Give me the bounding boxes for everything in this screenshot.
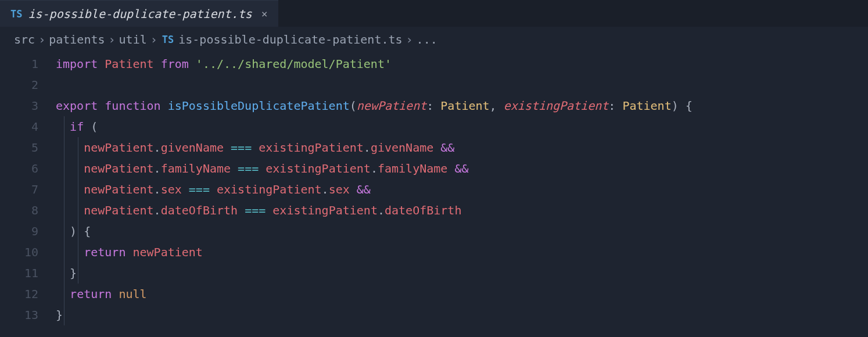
- code-token: (: [91, 120, 98, 134]
- breadcrumb-item[interactable]: src: [14, 33, 35, 46]
- code-line[interactable]: return newPatient: [56, 242, 868, 263]
- chevron-right-icon: ›: [406, 33, 413, 46]
- code-token: sex: [161, 182, 182, 196]
- code-token: function: [105, 99, 167, 113]
- code-token: Patient: [105, 57, 153, 71]
- code-line[interactable]: import Patient from '../../shared/model/…: [56, 53, 868, 74]
- code-token: sex: [329, 182, 350, 196]
- indent-guide: [64, 116, 64, 325]
- close-icon[interactable]: ×: [261, 8, 268, 20]
- code-token: &&: [433, 141, 454, 155]
- code-token: ===: [231, 162, 266, 175]
- code-token: .: [322, 182, 329, 196]
- code-line[interactable]: if (: [56, 116, 868, 137]
- line-number-gutter: 12345678910111213: [0, 53, 56, 325]
- code-token: .: [371, 162, 378, 175]
- line-number: 13: [0, 304, 38, 325]
- code-token: Patient: [433, 99, 489, 113]
- line-number: 7: [0, 179, 38, 200]
- line-number: 10: [0, 242, 38, 263]
- code-token: }: [56, 308, 63, 322]
- code-token: .: [378, 203, 385, 217]
- code-token: givenName: [371, 141, 433, 155]
- code-editor[interactable]: 12345678910111213 import Patient from '.…: [0, 51, 868, 325]
- code-line[interactable]: }: [56, 304, 868, 325]
- code-line[interactable]: }: [56, 263, 868, 284]
- code-token: ) {: [672, 99, 693, 113]
- code-token: .: [154, 182, 161, 196]
- code-token: givenName: [161, 141, 224, 155]
- code-token: familyName: [161, 162, 231, 175]
- code-token: ) {: [56, 224, 91, 238]
- chevron-right-icon: ›: [38, 33, 45, 46]
- code-token: [56, 203, 84, 217]
- code-token: dateOfBirth: [385, 203, 461, 217]
- code-token: import: [56, 57, 105, 71]
- line-number: 3: [0, 95, 38, 116]
- breadcrumb-file[interactable]: is-possible-duplicate-patient.ts: [178, 33, 402, 46]
- code-token: .: [154, 141, 161, 155]
- line-number: 4: [0, 116, 38, 137]
- code-token: newPatient: [132, 245, 202, 259]
- code-token: return: [84, 245, 132, 259]
- code-token: newPatient: [84, 141, 153, 155]
- code-token: [56, 182, 84, 196]
- code-token: existingPatient: [266, 162, 371, 175]
- code-token: isPossibleDuplicatePatient: [168, 99, 350, 113]
- code-token: newPatient: [84, 203, 153, 217]
- code-token: return: [70, 287, 119, 301]
- code-token: newPatient: [84, 162, 153, 175]
- indent-guide: [78, 137, 78, 284]
- code-token: :: [608, 99, 615, 113]
- code-token: existingPatient: [259, 141, 364, 155]
- code-token: [56, 162, 84, 175]
- code-line[interactable]: newPatient.familyName === existingPatien…: [56, 158, 868, 179]
- line-number: 6: [0, 158, 38, 179]
- code-token: ===: [238, 203, 272, 217]
- tab-bar: TS is-possible-duplicate-patient.ts ×: [0, 0, 868, 27]
- breadcrumb[interactable]: src › patients › util › TS is-possible-d…: [0, 27, 868, 51]
- code-token: ,: [490, 99, 504, 113]
- code-token: dateOfBirth: [161, 203, 238, 217]
- line-number: 8: [0, 200, 38, 221]
- chevron-right-icon: ›: [109, 33, 116, 46]
- code-token: '../../shared/model/Patient': [196, 57, 392, 71]
- tab-active[interactable]: TS is-possible-duplicate-patient.ts ×: [0, 0, 278, 27]
- code-line[interactable]: ) {: [56, 221, 868, 242]
- code-token: .: [154, 162, 161, 175]
- tab-filename: is-possible-duplicate-patient.ts: [28, 7, 252, 21]
- code-line[interactable]: newPatient.givenName === existingPatient…: [56, 137, 868, 158]
- code-line[interactable]: export function isPossibleDuplicatePatie…: [56, 95, 868, 116]
- breadcrumb-item[interactable]: patients: [49, 33, 105, 46]
- code-token: [56, 141, 84, 155]
- code-token: (: [350, 99, 357, 113]
- line-number: 2: [0, 74, 38, 95]
- code-line[interactable]: [56, 74, 868, 95]
- code-token: &&: [350, 182, 371, 196]
- code-token: familyName: [378, 162, 447, 175]
- code-line[interactable]: newPatient.dateOfBirth === existingPatie…: [56, 200, 868, 221]
- code-token: ===: [224, 141, 259, 155]
- code-token: newPatient: [84, 182, 153, 196]
- code-token: :: [426, 99, 433, 113]
- line-number: 1: [0, 53, 38, 74]
- chevron-right-icon: ›: [150, 33, 157, 46]
- code-token: existingPatient: [272, 203, 378, 217]
- code-token: .: [364, 141, 371, 155]
- code-line[interactable]: return null: [56, 284, 868, 304]
- code-area[interactable]: import Patient from '../../shared/model/…: [56, 53, 868, 325]
- breadcrumb-ellipsis[interactable]: ...: [417, 33, 437, 46]
- code-line[interactable]: newPatient.sex === existingPatient.sex &…: [56, 179, 868, 200]
- code-token: .: [154, 203, 161, 217]
- code-token: from: [154, 57, 196, 71]
- line-number: 11: [0, 263, 38, 284]
- code-token: newPatient: [357, 99, 426, 113]
- typescript-icon: TS: [10, 8, 22, 20]
- line-number: 5: [0, 137, 38, 158]
- code-token: [56, 120, 70, 134]
- code-token: if: [70, 120, 91, 134]
- code-token: null: [119, 287, 146, 301]
- breadcrumb-item[interactable]: util: [119, 33, 147, 46]
- code-token: ===: [182, 182, 217, 196]
- code-token: Patient: [615, 99, 671, 113]
